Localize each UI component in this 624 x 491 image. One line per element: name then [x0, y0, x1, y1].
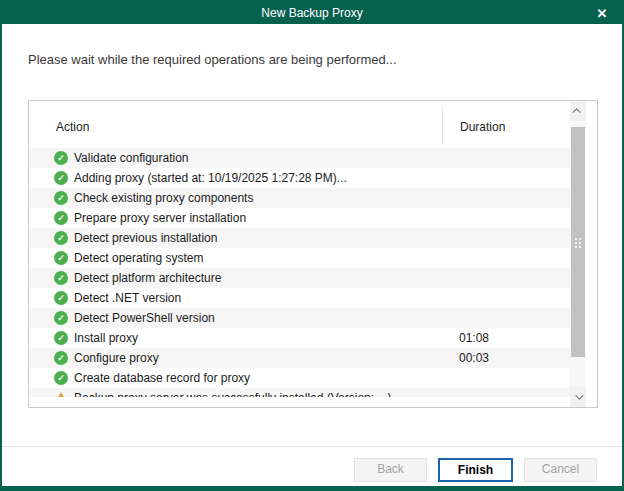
success-icon: ✓	[54, 171, 68, 185]
table-row[interactable]: ✓ Adding proxy (started at: 10/19/2025 1…	[29, 168, 570, 188]
cancel-button[interactable]: Cancel	[524, 458, 597, 482]
success-icon: ✓	[54, 351, 68, 365]
scroll-up-button[interactable]	[570, 101, 586, 121]
action-label: Configure proxy	[74, 348, 159, 368]
footer-divider	[2, 446, 622, 447]
success-icon: ✓	[54, 211, 68, 225]
vertical-scrollbar[interactable]	[570, 101, 586, 407]
scrollbar-thumb[interactable]	[571, 127, 585, 357]
action-label: Adding proxy (started at: 10/19/2025 1:2…	[74, 168, 347, 188]
back-button[interactable]: Back	[354, 458, 427, 482]
table-row[interactable]: ✓ Detect .NET version	[29, 288, 570, 308]
duration-value: 01:08	[459, 328, 489, 348]
warning-icon	[54, 392, 68, 397]
success-icon: ✓	[54, 291, 68, 305]
action-label: Prepare proxy server installation	[74, 208, 246, 228]
finish-button[interactable]: Finish	[438, 458, 513, 482]
column-header-action: Action	[56, 120, 89, 134]
table-row[interactable]: ✓ Install proxy 01:08	[29, 328, 570, 348]
close-button[interactable]: ✕	[590, 2, 614, 24]
table-row[interactable]: ✓ Detect platform architecture	[29, 268, 570, 288]
action-label: Detect previous installation	[74, 228, 217, 248]
action-label: Check existing proxy components	[74, 188, 253, 208]
column-header-duration: Duration	[460, 120, 505, 134]
table-row[interactable]: ✓ Prepare proxy server installation	[29, 208, 570, 228]
operations-list: Action Duration ✓ Validate configuration…	[28, 100, 598, 408]
window-title: New Backup Proxy	[261, 6, 362, 20]
success-icon: ✓	[54, 231, 68, 245]
table-row[interactable]: ✓ Create database record for proxy	[29, 368, 570, 388]
table-row-partial[interactable]: Backup proxy server was successfully ins…	[29, 388, 570, 397]
title-bar: New Backup Proxy ✕	[2, 2, 622, 24]
table-row[interactable]: ✓ Detect operating system	[29, 248, 570, 268]
new-backup-proxy-dialog: New Backup Proxy ✕ Please wait while the…	[0, 0, 624, 491]
success-icon: ✓	[54, 371, 68, 385]
action-label: Validate configuration	[74, 148, 189, 168]
table-row[interactable]: ✓ Configure proxy 00:03	[29, 348, 570, 368]
table-row[interactable]: ✓ Validate configuration	[29, 148, 570, 168]
table-row[interactable]: ✓ Detect previous installation	[29, 228, 570, 248]
success-icon: ✓	[54, 331, 68, 345]
column-separator	[442, 106, 443, 144]
close-icon: ✕	[597, 6, 608, 21]
scroll-down-button[interactable]	[570, 387, 586, 407]
action-label: Detect operating system	[74, 248, 203, 268]
action-label: Backup proxy server was successfully ins…	[74, 388, 391, 397]
success-icon: ✓	[54, 271, 68, 285]
action-label: Detect .NET version	[74, 288, 181, 308]
table-row[interactable]: ✓ Check existing proxy components	[29, 188, 570, 208]
chevron-down-icon	[575, 391, 583, 399]
action-label: Install proxy	[74, 328, 138, 348]
success-icon: ✓	[54, 191, 68, 205]
table-row[interactable]: ✓ Detect PowerShell version	[29, 308, 570, 328]
action-label: Detect platform architecture	[74, 268, 221, 288]
action-label: Create database record for proxy	[74, 368, 250, 388]
success-icon: ✓	[54, 311, 68, 325]
success-icon: ✓	[54, 251, 68, 265]
operations-rows: ✓ Validate configuration ✓ Adding proxy …	[29, 148, 570, 397]
progress-subtitle: Please wait while the required operation…	[28, 52, 397, 67]
success-icon: ✓	[54, 151, 68, 165]
chevron-up-icon	[572, 108, 580, 116]
scrollbar-grip-icon	[575, 238, 577, 240]
duration-value: 00:03	[459, 348, 489, 368]
action-label: Detect PowerShell version	[74, 308, 215, 328]
